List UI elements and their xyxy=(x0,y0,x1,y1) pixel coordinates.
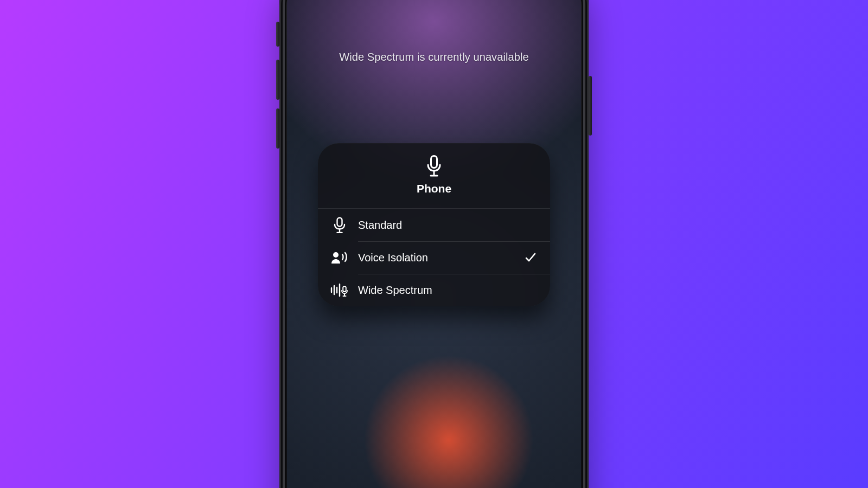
mute-switch xyxy=(276,22,279,47)
svg-rect-1 xyxy=(337,218,342,227)
mic-mode-option-label: Standard xyxy=(358,219,523,232)
mic-mode-option-standard[interactable]: Standard xyxy=(318,209,550,241)
svg-point-2 xyxy=(333,252,339,258)
phone-frame: Wide Spectrum is currently unavailable P… xyxy=(279,0,589,488)
checkmark-icon xyxy=(523,252,538,264)
phone-screen: Wide Spectrum is currently unavailable P… xyxy=(287,0,581,488)
status-toast: Wide Spectrum is currently unavailable xyxy=(287,51,581,63)
microphone-icon xyxy=(318,155,550,177)
mic-standard-icon xyxy=(330,217,349,233)
mic-mode-option-wide-spectrum[interactable]: Wide Spectrum xyxy=(318,274,550,306)
mic-mode-option-label: Wide Spectrum xyxy=(358,284,523,297)
wide-spectrum-icon xyxy=(330,283,349,297)
panel-title: Phone xyxy=(318,182,550,195)
volume-up-button xyxy=(276,60,279,100)
mic-mode-panel: Phone Standard xyxy=(318,143,550,306)
volume-down-button xyxy=(276,108,279,149)
voice-isolation-icon xyxy=(330,251,349,265)
svg-rect-3 xyxy=(343,286,346,292)
mic-mode-option-label: Voice Isolation xyxy=(358,252,523,264)
mic-mode-option-voice-isolation[interactable]: Voice Isolation xyxy=(318,241,550,274)
side-button xyxy=(589,76,592,136)
svg-rect-0 xyxy=(431,156,437,168)
panel-header: Phone xyxy=(318,143,550,209)
